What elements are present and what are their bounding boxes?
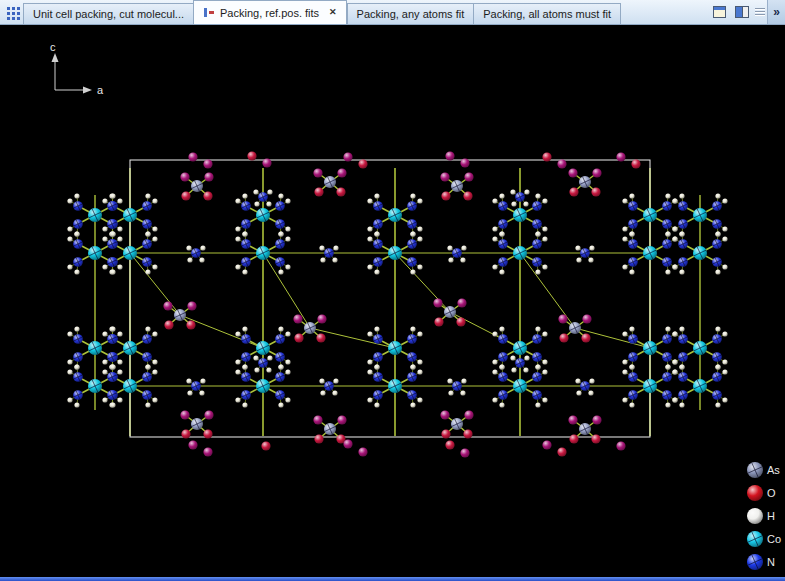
- tab-3[interactable]: Packing, any atoms fit: [347, 3, 474, 24]
- legend-sphere-icon: [746, 484, 764, 502]
- dock-grid-button[interactable]: [2, 2, 22, 22]
- tabs-container: Unit cell packing, cut molecul...Packing…: [23, 0, 621, 24]
- new-window-icon: [713, 6, 726, 18]
- application-window: Unit cell packing, cut molecul...Packing…: [0, 0, 785, 581]
- tab-4[interactable]: Packing, all atoms must fit: [473, 3, 621, 24]
- tab-1[interactable]: Unit cell packing, cut molecul...: [23, 3, 193, 24]
- legend-label: H: [767, 510, 775, 522]
- axis-label-c: c: [50, 41, 56, 53]
- legend-sphere-icon: [746, 461, 764, 479]
- unit-cell-outline: [130, 160, 650, 437]
- legend-sphere-icon: [746, 530, 764, 548]
- legend-item-N: N: [746, 552, 781, 571]
- tab-label: Packing, any atoms fit: [357, 8, 465, 20]
- legend-item-H: H: [746, 506, 781, 525]
- fit-icon: [203, 7, 215, 18]
- grip-icon[interactable]: [755, 3, 765, 21]
- legend-label: As: [767, 464, 780, 476]
- tab-label: Packing, ref.pos. fits: [220, 7, 319, 19]
- structure-viewport[interactable]: ca AsOHCoN: [0, 25, 785, 577]
- legend-sphere-icon: [746, 507, 764, 525]
- tab-close-icon[interactable]: ✕: [329, 8, 337, 17]
- axis-label-a: a: [97, 84, 104, 96]
- legend-label: N: [767, 556, 775, 568]
- atom-legend: AsOHCoN: [746, 460, 781, 571]
- legend-label: O: [767, 487, 776, 499]
- tab-label: Packing, all atoms must fit: [483, 8, 611, 20]
- tab-2[interactable]: Packing, ref.pos. fits✕: [193, 0, 347, 24]
- structure-svg: ca: [0, 25, 785, 577]
- legend-item-As: As: [746, 460, 781, 479]
- legend-sphere-icon: [746, 553, 764, 571]
- legend-item-O: O: [746, 483, 781, 502]
- window-bottom-edge: [0, 577, 785, 581]
- tab-bar: Unit cell packing, cut molecul...Packing…: [0, 0, 785, 25]
- atoms-layer[interactable]: [67, 151, 727, 457]
- dock-grid-icon: [7, 7, 10, 10]
- tab-overflow-button[interactable]: »: [767, 0, 785, 24]
- tile-windows-icon: [735, 6, 749, 18]
- tabbar-right-controls: »: [707, 0, 785, 24]
- tab-label: Unit cell packing, cut molecul...: [33, 8, 184, 20]
- legend-label: Co: [767, 533, 781, 545]
- orientation-axes: ca: [50, 41, 104, 96]
- legend-item-Co: Co: [746, 529, 781, 548]
- new-window-button[interactable]: [709, 2, 729, 22]
- tile-windows-button[interactable]: [732, 2, 752, 22]
